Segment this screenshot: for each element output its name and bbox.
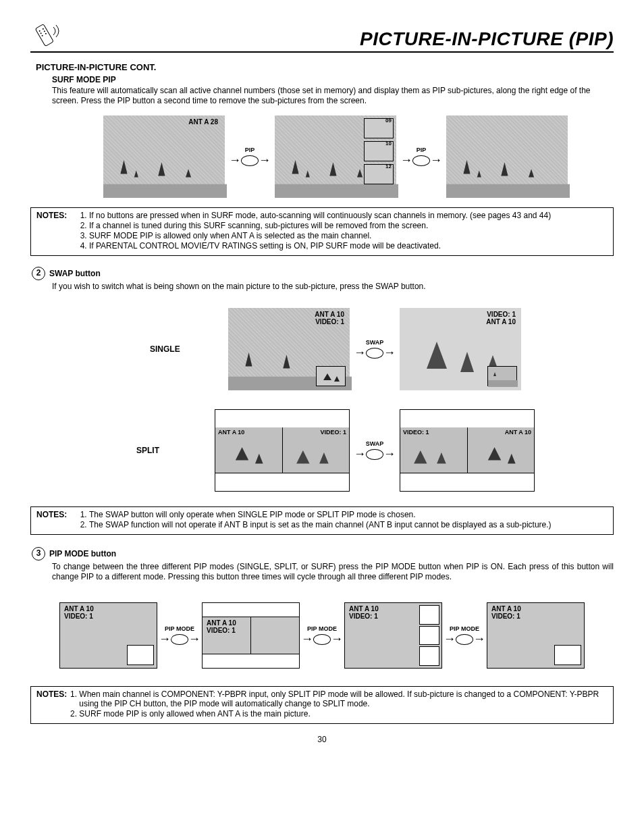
svg-marker-9 — [158, 162, 165, 176]
swap-single-tv-b: VIDEO: 1 ANT A 10 — [400, 308, 521, 390]
notes3-item: When main channel is COMPONENT: Y-PBPR i… — [79, 689, 608, 708]
swap-step-heading: 2 SWAP button — [30, 267, 614, 280]
swap-btn-label-1: SWAP — [354, 339, 396, 346]
surf-figure-row: ANT A 28 PIP →→ 09 10 12 PIP →→ — [71, 115, 600, 198]
pipmode-title: PIP MODE button — [49, 549, 116, 558]
notes1-label: NOTES: — [36, 211, 77, 251]
svg-marker-13 — [306, 170, 310, 177]
page-title: PICTURE-IN-PICTURE (PIP) — [360, 28, 614, 50]
swap-title: SWAP button — [49, 269, 101, 278]
pipmode-frame-single: ANT A 10VIDEO: 1 — [59, 602, 157, 669]
svg-marker-10 — [186, 169, 191, 177]
svg-marker-36 — [414, 450, 427, 463]
split-mode-label: SPLIT — [136, 446, 211, 455]
surf-mode-body: This feature will automatically scan all… — [52, 86, 614, 106]
svg-marker-12 — [292, 160, 298, 174]
step-number-2: 2 — [32, 267, 45, 280]
notes1-item: If a channel is tuned during this SURF s… — [89, 221, 551, 230]
svg-rect-11 — [103, 184, 227, 198]
swap-split-b: VIDEO: 1 ANT A 10 — [400, 409, 535, 492]
notes1-item: SURF MODE PIP is allowed only when ANT A… — [89, 231, 551, 240]
svg-rect-0 — [35, 24, 53, 47]
svg-marker-23 — [283, 355, 290, 368]
notes3-item: SURF mode PIP is only allowed when ANT A… — [79, 709, 608, 719]
pipmode-body: To change between the three different PI… — [52, 562, 614, 582]
svg-marker-14 — [329, 162, 336, 176]
notes1-item: If no buttons are pressed when in SURF m… — [89, 211, 551, 220]
page-number: 30 — [30, 735, 614, 744]
svg-marker-30 — [493, 372, 496, 376]
svg-marker-20 — [529, 169, 534, 177]
swap-body: If you wish to switch what is being show… — [52, 282, 614, 292]
pipmode-btn-2: PIP MODE — [301, 625, 343, 632]
svg-marker-25 — [323, 373, 331, 380]
svg-rect-21 — [446, 184, 570, 198]
svg-rect-31 — [488, 380, 518, 387]
notes2-item: The SWAP function will not operate if AN… — [89, 520, 552, 529]
svg-marker-8 — [134, 170, 138, 177]
surf-tv-1: ANT A 28 — [103, 115, 225, 198]
svg-marker-18 — [477, 170, 481, 177]
notes3-label: NOTES: — [36, 689, 67, 719]
svg-marker-26 — [334, 376, 340, 382]
pipmode-frame-surf: ANT A 10VIDEO: 1 — [344, 602, 442, 669]
surf-tv-3 — [446, 115, 568, 198]
swap-single-row: SINGLE ANT A 10 VIDEO: 1 SWAP →→ VIDEO: … — [30, 308, 614, 390]
svg-marker-35 — [319, 452, 329, 464]
svg-marker-39 — [507, 454, 515, 464]
step-number-3: 3 — [32, 547, 45, 561]
pipmode-btn-1: PIP MODE — [159, 625, 200, 632]
svg-marker-38 — [487, 447, 500, 460]
notes-box-1: NOTES: If no buttons are pressed when in… — [30, 207, 614, 256]
notes1-item: If PARENTAL CONTROL MOVIE/TV RATINGS set… — [89, 241, 551, 251]
svg-marker-32 — [236, 447, 248, 460]
svg-marker-37 — [437, 452, 446, 464]
notes2-item: The SWAP button will only operate when S… — [89, 510, 552, 519]
surf-tv1-label: ANT A 28 — [188, 118, 218, 126]
pip-btn-label-1: PIP — [229, 147, 271, 153]
svg-marker-7 — [120, 160, 127, 174]
svg-marker-19 — [501, 162, 508, 176]
swap-single-tv-a: ANT A 10 VIDEO: 1 — [228, 308, 350, 390]
pipmode-figure-row: ANT A 10VIDEO: 1 PIP MODE →→ ANT A 10VID… — [30, 602, 614, 669]
swap-split-row: SPLIT ANT A 10 VIDEO: 1 SWAP →→ — [30, 409, 614, 492]
svg-marker-28 — [460, 352, 474, 372]
pipmode-btn-3: PIP MODE — [444, 625, 485, 632]
svg-marker-15 — [357, 169, 363, 177]
surf-tv-2: 09 10 12 — [275, 115, 396, 198]
notes2-label: NOTES: — [36, 510, 77, 530]
svg-marker-27 — [427, 342, 447, 369]
svg-marker-33 — [255, 454, 263, 464]
swap-btn-label-2: SWAP — [354, 440, 396, 447]
svg-rect-16 — [275, 184, 398, 198]
single-mode-label: SINGLE — [150, 344, 224, 354]
svg-marker-22 — [245, 353, 252, 366]
notes-box-3: NOTES: When main channel is COMPONENT: Y… — [30, 686, 614, 724]
section-cont-heading: PICTURE-IN-PICTURE CONT. — [36, 62, 614, 72]
svg-marker-34 — [296, 450, 309, 463]
pipmode-frame-single-2: ANT A 10VIDEO: 1 — [487, 602, 585, 669]
pipmode-step-heading: 3 PIP MODE button — [30, 547, 614, 561]
swap-split-a: ANT A 10 VIDEO: 1 — [215, 409, 350, 492]
pipmode-frame-split: ANT A 10VIDEO: 1 — [202, 602, 300, 669]
header: PICTURE-IN-PICTURE (PIP) — [30, 20, 614, 53]
svg-marker-17 — [463, 160, 470, 174]
notes-box-2: NOTES: The SWAP button will only operate… — [30, 506, 614, 535]
remote-control-icon — [30, 20, 61, 50]
pip-btn-label-2: PIP — [400, 147, 442, 153]
surf-mode-heading: SURF MODE PIP — [52, 75, 614, 84]
